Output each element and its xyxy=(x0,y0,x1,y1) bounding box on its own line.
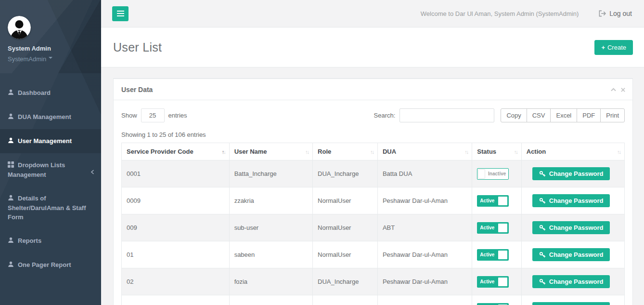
export-button-group: CopyCSVExcelPDFPrint xyxy=(501,108,625,122)
cell-status: Active xyxy=(472,241,521,268)
cell-dua: Peshawar Dar-ul-Aman xyxy=(377,241,472,268)
table-info: Showing 1 to 25 of 106 entries xyxy=(121,131,625,138)
user-icon xyxy=(8,89,14,98)
sidebar-item-one-pager-report[interactable]: One Pager Report xyxy=(0,253,101,277)
change-password-button[interactable]: Change Password xyxy=(532,167,610,180)
cell-service-provider-code: 0001 xyxy=(122,160,230,187)
change-password-button[interactable]: Change Password xyxy=(532,221,610,234)
cell-action: Change Password xyxy=(521,214,624,241)
key-icon xyxy=(539,171,546,177)
column-header-status[interactable]: Status↑↓ xyxy=(472,143,521,160)
create-label: Create xyxy=(607,44,626,51)
column-header-dua[interactable]: DUA↑↓ xyxy=(377,143,472,160)
logout-button[interactable]: Log out xyxy=(599,10,632,17)
change-password-button[interactable]: Change Password xyxy=(532,302,610,305)
cell-dua: ABT xyxy=(377,214,472,241)
sidebar-item-reports[interactable]: Reports xyxy=(0,229,101,253)
entries-select[interactable]: 25 xyxy=(141,108,165,122)
close-button[interactable] xyxy=(621,88,625,92)
sidebar-item-label: Dashboard xyxy=(18,89,51,96)
plus-icon: + xyxy=(601,44,605,51)
cell-dua: Peshawar Dar-ul-Aman xyxy=(377,295,472,305)
change-password-button[interactable]: Change Password xyxy=(532,248,610,261)
entries-label: entries xyxy=(168,112,187,119)
panel-tools xyxy=(611,88,625,92)
status-toggle[interactable]: Active xyxy=(477,249,509,261)
export-button-excel[interactable]: Excel xyxy=(550,108,577,122)
create-button[interactable]: + Create xyxy=(594,40,633,55)
cell-dua: Peshawar Dar-ul-Aman xyxy=(377,268,472,295)
change-password-label: Change Password xyxy=(549,170,604,177)
avatar-person-icon xyxy=(8,16,31,39)
caret-down-icon xyxy=(49,57,52,61)
status-toggle[interactable]: Active xyxy=(477,195,509,207)
status-toggle[interactable]: Inactive xyxy=(477,168,509,180)
column-header-label: User Name xyxy=(234,148,267,155)
welcome-text: Welcome to Dar Ul Aman, System Admin (Sy… xyxy=(421,10,579,17)
cell-action: Change Password xyxy=(521,187,624,214)
table-header-row: Service Provider Code↑↓User Name↑↓Role↑↓… xyxy=(122,143,625,160)
cell-user-name: zzakria xyxy=(229,187,312,214)
status-toggle[interactable]: Active xyxy=(477,222,509,234)
collapse-button[interactable] xyxy=(611,88,616,92)
table-row: 0001 Batta_Incharge DUA_Incharge Batta D… xyxy=(122,160,625,187)
cell-user-name: Batta_Incharge xyxy=(229,160,312,187)
change-password-label: Change Password xyxy=(549,251,604,258)
status-toggle[interactable]: Active xyxy=(477,276,509,288)
sidebar-item-user-management[interactable]: User Management xyxy=(0,129,101,153)
cell-status: Active xyxy=(472,214,521,241)
close-icon xyxy=(621,88,625,92)
sort-icon: ↑↓ xyxy=(464,148,468,154)
avatar[interactable] xyxy=(8,16,31,39)
sidebar-item-label: Details of Shelter/DarulAman & Staff For… xyxy=(8,195,86,221)
chevron-up-icon xyxy=(611,88,616,92)
sidebar-item-dua-management[interactable]: DUA Management xyxy=(0,105,101,129)
cell-user-name: sub-user xyxy=(229,214,312,241)
sort-icon: ↑↓ xyxy=(370,148,374,154)
user-table: Service Provider Code↑↓User Name↑↓Role↑↓… xyxy=(121,143,625,305)
status-toggle[interactable]: Active xyxy=(477,303,509,305)
export-button-csv[interactable]: CSV xyxy=(527,108,551,122)
hamburger-button[interactable] xyxy=(112,6,129,21)
cell-action: Change Password xyxy=(521,160,624,187)
table-row: 01 sabeen NormalUser Peshawar Dar-ul-Ama… xyxy=(122,241,625,268)
toggle-knob xyxy=(498,197,507,205)
profile-role-label: SystemAdmin xyxy=(8,55,46,63)
column-header-service-provider-code[interactable]: Service Provider Code↑↓ xyxy=(122,143,230,160)
page-heading: User List + Create xyxy=(101,27,644,67)
table-row: 0009 zzakria NormalUser Peshawar Dar-ul-… xyxy=(122,187,625,214)
cell-service-provider-code: 009 xyxy=(122,214,230,241)
cell-user-name: sabeen xyxy=(229,241,312,268)
sidebar-item-dropdown-lists-management[interactable]: Dropdown Lists Management xyxy=(0,153,101,186)
column-header-role[interactable]: Role↑↓ xyxy=(313,143,378,160)
bars-icon xyxy=(117,11,124,12)
change-password-button[interactable]: Change Password xyxy=(532,194,610,207)
column-header-action[interactable]: Action↑↓ xyxy=(521,143,624,160)
sidebar-item-dashboard[interactable]: Dashboard xyxy=(0,81,101,105)
export-button-pdf[interactable]: PDF xyxy=(577,108,601,122)
logout-label: Log out xyxy=(609,10,632,17)
search-area: Search: CopyCSVExcelPDFPrint xyxy=(374,108,625,122)
cell-role: NormalUser xyxy=(313,241,378,268)
grid-icon xyxy=(8,161,14,170)
column-header-user-name[interactable]: User Name↑↓ xyxy=(229,143,312,160)
export-button-copy[interactable]: Copy xyxy=(501,108,527,122)
user-icon xyxy=(8,137,14,146)
sidebar-item-details-of-shelter-darulaman-staff-form[interactable]: Details of Shelter/DarulAman & Staff For… xyxy=(0,186,101,229)
profile-role-dropdown[interactable]: SystemAdmin xyxy=(8,55,101,63)
toggle-knob xyxy=(498,224,507,232)
panel-title: User Data xyxy=(121,86,153,93)
sidebar-nav: DashboardDUA ManagementUser ManagementDr… xyxy=(0,81,101,277)
status-toggle-label: Active xyxy=(477,279,497,284)
cell-dua: Batta DUA xyxy=(377,160,472,187)
sort-icon: ↑↓ xyxy=(222,148,225,154)
cell-status: Active xyxy=(472,295,521,305)
change-password-button[interactable]: Change Password xyxy=(532,275,610,288)
column-header-label: Status xyxy=(477,148,496,155)
chevron-left-icon xyxy=(90,168,94,177)
cell-status: Active xyxy=(472,187,521,214)
status-toggle-label: Active xyxy=(477,198,497,203)
user-icon xyxy=(8,194,14,203)
search-input[interactable] xyxy=(399,108,494,122)
export-button-print[interactable]: Print xyxy=(600,108,625,122)
